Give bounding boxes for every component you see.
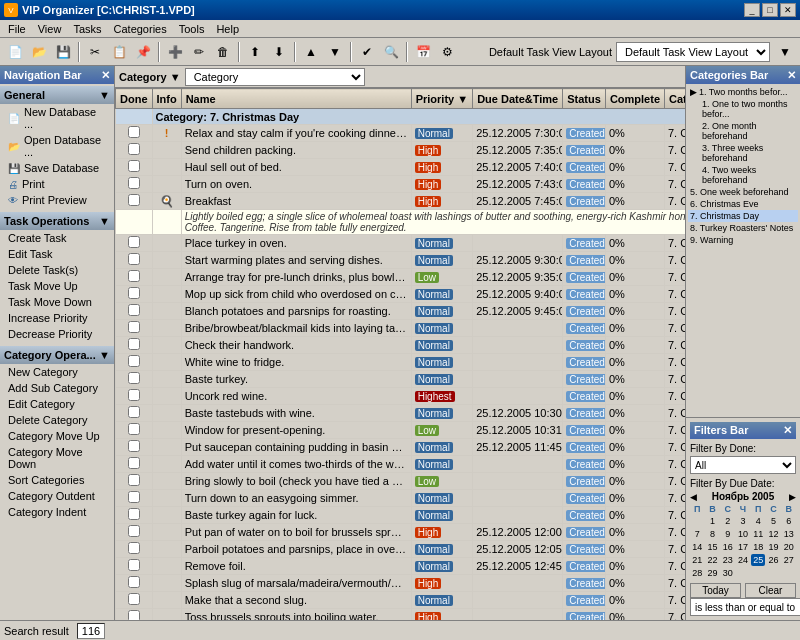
nav-save-database[interactable]: 💾Save Database bbox=[0, 160, 114, 176]
table-row[interactable]: Check their handwork. Normal Created 0% … bbox=[116, 337, 686, 354]
nav-open-database[interactable]: 📂Open Database ... bbox=[0, 132, 114, 160]
tree-item-5[interactable]: 5. One week beforehand bbox=[688, 186, 798, 198]
task-name-cell[interactable]: Baste turkey. bbox=[181, 371, 411, 388]
table-row[interactable]: Put pan of water on to boil for brussels… bbox=[116, 524, 686, 541]
table-row[interactable]: Bribe/browbeat/blackmail kids into layin… bbox=[116, 320, 686, 337]
table-row[interactable]: Put saucepan containing pudding in basin… bbox=[116, 439, 686, 456]
table-row[interactable]: Start warming plates and serving dishes.… bbox=[116, 252, 686, 269]
cal-day-28[interactable]: 28 bbox=[690, 567, 704, 579]
task-done-cell[interactable] bbox=[116, 541, 153, 558]
cal-day-1[interactable]: 1 bbox=[705, 515, 719, 527]
nav-new-category[interactable]: New Category bbox=[0, 364, 114, 380]
task-name-cell[interactable]: Parboil potatoes and parsnips, place in … bbox=[181, 541, 411, 558]
table-row[interactable]: White wine to fridge. Normal Created 0% … bbox=[116, 354, 686, 371]
tb-priority-up[interactable]: ▲ bbox=[300, 41, 322, 63]
nav-print-preview[interactable]: 👁Print Preview bbox=[0, 192, 114, 208]
nav-new-database[interactable]: 📄New Database ... bbox=[0, 104, 114, 132]
menu-tools[interactable]: Tools bbox=[173, 22, 211, 36]
cal-day-15[interactable]: 15 bbox=[705, 541, 719, 553]
cal-day-24[interactable]: 24 bbox=[736, 554, 750, 566]
nav-print[interactable]: 🖨Print bbox=[0, 176, 114, 192]
maximize-button[interactable]: □ bbox=[762, 3, 778, 17]
task-done-cell[interactable] bbox=[116, 269, 153, 286]
task-name-cell[interactable]: Window for present-opening. bbox=[181, 422, 411, 439]
layout-select[interactable]: Default Task View Layout bbox=[616, 42, 770, 62]
table-row[interactable]: Add water until it comes two-thirds of t… bbox=[116, 456, 686, 473]
cal-day-29[interactable]: 29 bbox=[705, 567, 719, 579]
table-row[interactable]: Bring slowly to boil (check you have tie… bbox=[116, 473, 686, 490]
tree-item-1-1[interactable]: 1. One to two months befor... bbox=[688, 98, 798, 120]
nav-decrease-priority[interactable]: Decrease Priority bbox=[0, 326, 114, 342]
cal-day-30[interactable]: 30 bbox=[721, 567, 735, 579]
table-row[interactable]: Parboil potatoes and parsnips, place in … bbox=[116, 541, 686, 558]
nav-task-move-down[interactable]: Task Move Down bbox=[0, 294, 114, 310]
task-name-cell[interactable]: Put saucepan containing pudding in basin… bbox=[181, 439, 411, 456]
task-done-checkbox[interactable] bbox=[128, 194, 140, 206]
menu-file[interactable]: File bbox=[2, 22, 32, 36]
tree-item-1[interactable]: ▶ 1. Two months befor... bbox=[688, 86, 798, 98]
tb-copy[interactable]: 📋 bbox=[108, 41, 130, 63]
tb-layout[interactable]: ▼ bbox=[774, 41, 796, 63]
task-done-cell[interactable] bbox=[116, 354, 153, 371]
tb-add[interactable]: ➕ bbox=[164, 41, 186, 63]
tb-up[interactable]: ⬆ bbox=[244, 41, 266, 63]
cal-day-27[interactable]: 27 bbox=[782, 554, 796, 566]
task-done-cell[interactable] bbox=[116, 303, 153, 320]
task-done-cell[interactable] bbox=[116, 422, 153, 439]
cal-day-5[interactable]: 5 bbox=[766, 515, 780, 527]
col-header-status[interactable]: Status bbox=[563, 89, 606, 109]
task-name-cell[interactable]: Put pan of water on to boil for brussels… bbox=[181, 524, 411, 541]
table-row[interactable]: Category: 7. Christmas Day bbox=[116, 109, 686, 125]
category-select[interactable]: Category bbox=[185, 68, 365, 86]
task-done-cell[interactable] bbox=[116, 252, 153, 269]
tree-item-1-2[interactable]: 2. One month beforehand bbox=[688, 120, 798, 142]
tb-check[interactable]: ✔ bbox=[356, 41, 378, 63]
task-done-cell[interactable] bbox=[116, 439, 153, 456]
menu-help[interactable]: Help bbox=[210, 22, 245, 36]
tb-priority-down[interactable]: ▼ bbox=[324, 41, 346, 63]
task-done-cell[interactable] bbox=[116, 575, 153, 592]
col-header-priority[interactable]: Priority ▼ bbox=[411, 89, 472, 109]
table-row[interactable]: 🍳 Breakfast High 25.12.2005 7:45:00 Crea… bbox=[116, 193, 686, 210]
task-name-cell[interactable]: Place turkey in oven. bbox=[181, 235, 411, 252]
task-done-cell[interactable] bbox=[116, 507, 153, 524]
table-row[interactable]: Haul sell out of bed. High 25.12.2005 7:… bbox=[116, 159, 686, 176]
task-name-cell[interactable]: Make that a second slug. bbox=[181, 592, 411, 609]
cal-day-25[interactable]: 25 bbox=[751, 554, 765, 566]
task-done-checkbox[interactable] bbox=[128, 143, 140, 155]
cal-day-8[interactable]: 8 bbox=[705, 528, 719, 540]
nav-cat-outdent[interactable]: Category Outdent bbox=[0, 488, 114, 504]
task-name-cell[interactable]: Mop up sick from child who overdosed on … bbox=[181, 286, 411, 303]
task-name-cell[interactable]: Start warming plates and serving dishes. bbox=[181, 252, 411, 269]
filters-bar-controls[interactable]: ✕ bbox=[783, 424, 792, 437]
task-done-cell[interactable] bbox=[116, 159, 153, 176]
nav-cat-indent[interactable]: Category Indent bbox=[0, 504, 114, 520]
table-row[interactable]: Baste tastebuds with wine. Normal 25.12.… bbox=[116, 405, 686, 422]
task-done-checkbox[interactable] bbox=[128, 457, 140, 469]
task-done-checkbox[interactable] bbox=[128, 355, 140, 367]
categories-bar-controls[interactable]: ✕ bbox=[787, 69, 796, 82]
task-done-cell[interactable] bbox=[116, 473, 153, 490]
nav-cat-move-up[interactable]: Category Move Up bbox=[0, 428, 114, 444]
cal-next[interactable]: ▶ bbox=[789, 492, 796, 502]
task-done-checkbox[interactable] bbox=[128, 508, 140, 520]
tree-item-1-4[interactable]: 4. Two weeks beforehand bbox=[688, 164, 798, 186]
table-row[interactable]: Turn on oven. High 25.12.2005 7:43:00 Cr… bbox=[116, 176, 686, 193]
table-row[interactable]: Make that a second slug. Normal Created … bbox=[116, 592, 686, 609]
task-done-cell[interactable] bbox=[116, 405, 153, 422]
task-done-checkbox[interactable] bbox=[128, 270, 140, 282]
task-done-cell[interactable] bbox=[116, 286, 153, 303]
tb-new[interactable]: 📄 bbox=[4, 41, 26, 63]
cal-day-11[interactable]: 11 bbox=[751, 528, 765, 540]
nav-add-sub-category[interactable]: Add Sub Category bbox=[0, 380, 114, 396]
task-done-checkbox[interactable] bbox=[128, 304, 140, 316]
nav-task-move-up[interactable]: Task Move Up bbox=[0, 278, 114, 294]
task-done-cell[interactable] bbox=[116, 388, 153, 405]
cal-prev[interactable]: ◀ bbox=[690, 492, 697, 502]
tb-calendar[interactable]: 📅 bbox=[412, 41, 434, 63]
cal-day-18[interactable]: 18 bbox=[751, 541, 765, 553]
table-row[interactable]: Window for present-opening. Low 25.12.20… bbox=[116, 422, 686, 439]
nav-increase-priority[interactable]: Increase Priority bbox=[0, 310, 114, 326]
tb-edit[interactable]: ✏ bbox=[188, 41, 210, 63]
task-done-cell[interactable] bbox=[116, 592, 153, 609]
